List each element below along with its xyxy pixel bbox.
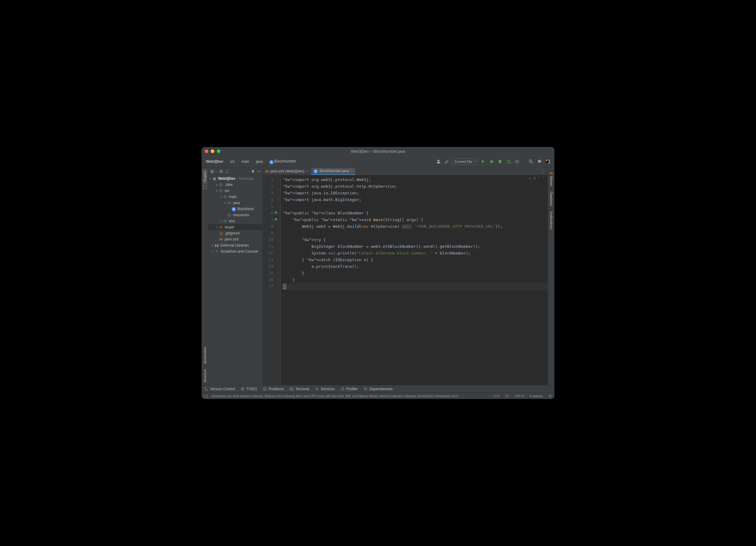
line-number[interactable]: 13 (266, 257, 273, 263)
line-number[interactable]: 1 (266, 176, 273, 183)
code-line[interactable]: BigInteger blockNumber = web3.ethBlockNu… (283, 243, 548, 250)
inspection-widget[interactable]: ✔ 1 ˄ ˅ (529, 176, 544, 180)
line-number[interactable]: 8 (266, 223, 273, 230)
editor-tab[interactable]: mpom.xml (Web3jDev)× (263, 168, 311, 175)
code-line[interactable]: "kw">import java.io.IOException; (283, 190, 548, 196)
run-gutter-icon[interactable] (275, 211, 278, 214)
status-encoding[interactable]: UTF-8 (515, 394, 524, 398)
line-number[interactable]: 17 (266, 283, 273, 290)
tree-item[interactable]: ▾🗀java (208, 200, 263, 206)
line-number[interactable]: 16 (266, 277, 273, 283)
code-line[interactable]: "kw">import org.web3j.protocol.Web3j; (283, 176, 548, 183)
code-line[interactable]: System.out.println("Latest Ethereum bloc… (283, 250, 548, 257)
close-window[interactable] (205, 149, 208, 153)
tree-item[interactable]: ▸🗀.idea (208, 182, 263, 188)
breadcrumb-src[interactable]: src (229, 159, 236, 164)
status-line-sep[interactable]: LF (505, 394, 509, 398)
fold-mark[interactable]: ⌃ (276, 277, 280, 283)
breadcrumb-project[interactable]: Web3jDev (205, 159, 224, 164)
tree-item[interactable]: ▤.gitignore (208, 230, 263, 236)
code-line[interactable] (283, 230, 548, 237)
code-line[interactable]: } "kw">catch (IOException e) { (283, 257, 548, 263)
code-area[interactable]: ✔ 1 ˄ ˅ "kw">import org.web3j.protocol.W… (281, 175, 548, 385)
tool-services[interactable]: Services (315, 387, 335, 391)
tab-bookmarks[interactable]: Bookmarks (203, 344, 207, 366)
tree-item[interactable]: ▸🗀target (208, 224, 263, 230)
tool-terminal[interactable]: Terminal (289, 387, 309, 391)
inspection-down-icon[interactable]: ˅ (542, 176, 544, 180)
code-line[interactable]: } (283, 277, 548, 283)
stop-button[interactable] (514, 158, 520, 165)
line-number[interactable]: 4 (266, 196, 273, 203)
code-line[interactable]: "kw">import java.math.BigInteger; (283, 196, 548, 203)
tool-todo[interactable]: TODO (240, 387, 257, 391)
tab-structure[interactable]: Structure (203, 367, 207, 385)
fold-mark[interactable]: ⌃ (276, 196, 280, 203)
line-number[interactable]: 7 (266, 217, 273, 223)
status-lock-icon[interactable] (548, 394, 552, 398)
commit-icon[interactable] (203, 185, 207, 189)
debug-button[interactable] (488, 158, 495, 165)
project-view-icon[interactable]: ▤ (209, 169, 214, 174)
hide-panel-icon[interactable]: — (257, 169, 261, 174)
fold-mark[interactable]: ⌃ (276, 270, 280, 277)
status-position[interactable]: 17:2 (493, 394, 500, 398)
fold-mark[interactable]: − (276, 176, 280, 183)
run-config-select[interactable]: Current File (452, 159, 478, 165)
line-number[interactable]: 14 (266, 263, 273, 270)
line-number[interactable]: 12 (266, 250, 273, 257)
profile-button[interactable] (505, 158, 512, 165)
settings-icon[interactable] (536, 158, 543, 165)
tool-problems[interactable]: Problems (263, 387, 284, 391)
tab-notifications[interactable]: Notifications (549, 209, 554, 232)
tree-item[interactable]: ▾🗀main (208, 194, 263, 200)
run-button[interactable] (480, 158, 486, 165)
run-gutter-icon[interactable] (275, 218, 278, 221)
status-message[interactable]: Download pre-built shared indexes: Reduc… (211, 394, 488, 398)
code-line[interactable]: } (283, 283, 548, 290)
inspection-up-icon[interactable]: ˄ (538, 176, 540, 180)
breadcrumb-main[interactable]: main (240, 159, 250, 164)
tree-item[interactable]: ▸▮▮External Libraries (208, 242, 263, 248)
tool-version-control[interactable]: Version Control (204, 387, 235, 391)
tab-database[interactable]: Database (549, 189, 554, 208)
tree-item[interactable]: 🗀resources (208, 212, 263, 218)
tree-root[interactable]: ▾ ▣ Web3jDev ~/IdeaProje (208, 176, 263, 182)
code-line[interactable]: Web3j web3 = Web3j.build(new HttpService… (283, 223, 548, 230)
minimize-window[interactable] (211, 149, 214, 153)
expand-all-icon[interactable] (225, 169, 230, 174)
status-indent[interactable]: 4 spaces (530, 394, 543, 398)
fold-mark[interactable]: − (276, 257, 280, 263)
line-number[interactable]: 3 (266, 190, 273, 196)
search-icon[interactable] (528, 158, 534, 165)
zoom-window[interactable] (217, 149, 220, 153)
fold-mark[interactable]: ⌃ (276, 283, 280, 290)
line-gutter[interactable]: 1234567891011121314151617 (263, 175, 276, 385)
line-number[interactable]: 6 (266, 210, 273, 217)
tree-item[interactable]: ▸🗀test (208, 218, 263, 224)
tab-maven[interactable]: mMaven (549, 169, 554, 189)
build-hammer-icon[interactable] (444, 158, 450, 165)
jetbrains-icon[interactable] (545, 158, 551, 165)
breadcrumb-java[interactable]: java (255, 159, 264, 164)
fold-mark[interactable]: − (276, 237, 280, 243)
close-tab-icon[interactable]: × (351, 169, 353, 173)
line-number[interactable]: 5 (266, 203, 273, 210)
code-line[interactable] (283, 203, 548, 210)
tree-item[interactable]: BlockNum (208, 206, 263, 212)
tabs-more-icon[interactable]: ⋮ (538, 168, 548, 175)
tree-item[interactable]: ▸✎Scratches and Console (208, 248, 263, 254)
code-line[interactable]: } (283, 270, 548, 277)
select-opened-file-icon[interactable] (219, 169, 223, 174)
line-number[interactable]: 9 (266, 230, 273, 237)
code-line[interactable]: "kw">try { (283, 237, 548, 243)
code-line[interactable]: e.printStackTrace(); (283, 263, 548, 270)
status-icon[interactable] (204, 394, 208, 398)
tool-profiler[interactable]: Profiler (340, 387, 358, 391)
tree-item[interactable]: mpom.xml (208, 236, 263, 242)
panel-settings-icon[interactable] (250, 169, 255, 174)
code-line[interactable]: "kw">public "kw">class BlockNumber { (283, 210, 548, 217)
tree-item[interactable]: ▾🗀src (208, 188, 263, 194)
user-icon[interactable] (435, 158, 442, 165)
coverage-button[interactable] (497, 158, 503, 165)
